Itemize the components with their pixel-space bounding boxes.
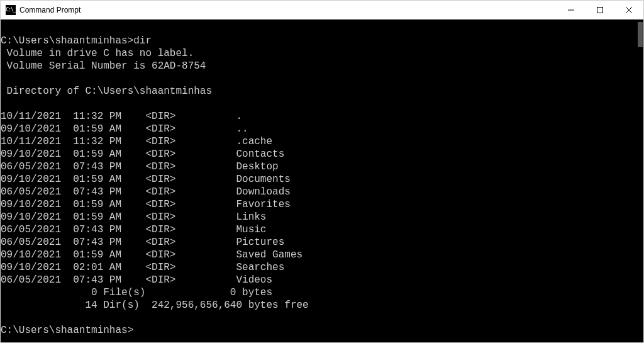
titlebar[interactable]: C:\_ Command Prompt	[1, 1, 643, 20]
terminal-area[interactable]: C:\Users\shaantminhas>dir Volume in driv…	[1, 20, 643, 342]
scrollbar-thumb[interactable]	[638, 22, 643, 47]
minimize-button[interactable]	[557, 1, 586, 20]
svg-rect-1	[597, 7, 603, 13]
window-title: Command Prompt	[19, 6, 557, 14]
terminal-output: C:\Users\shaantminhas>dir Volume in driv…	[1, 20, 636, 342]
cmd-icon: C:\_	[6, 5, 16, 15]
close-button[interactable]	[614, 1, 643, 20]
maximize-button[interactable]	[586, 1, 614, 20]
scrollbar-track[interactable]	[636, 20, 643, 342]
command-prompt-window: C:\_ Command Prompt C:\Users\shaantminha…	[0, 0, 644, 343]
window-controls	[557, 1, 643, 20]
